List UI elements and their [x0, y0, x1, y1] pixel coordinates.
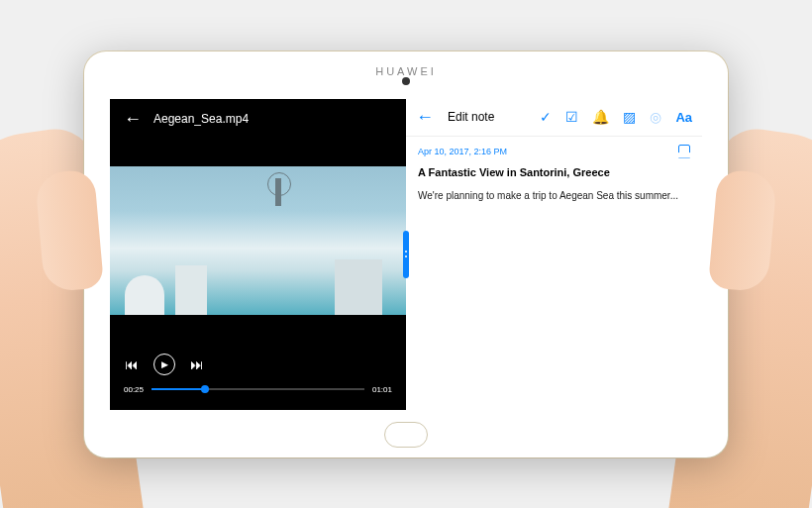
thumb-left [35, 169, 104, 293]
front-camera [402, 77, 410, 85]
note-meta-row: Apr 10, 2017, 2:16 PM [406, 137, 702, 162]
home-button[interactable] [384, 422, 428, 448]
play-button[interactable]: ▶ [153, 354, 175, 375]
bookmark-icon[interactable] [678, 145, 690, 158]
back-arrow-icon[interactable]: ← [124, 109, 142, 130]
seek-handle[interactable] [201, 385, 209, 393]
video-player-pane: ← Aegean_Sea.mp4 ⏮ ▶ ⏭ [110, 99, 406, 410]
note-editor-pane: ← Edit note ✓ ☑ 🔔 ▨ ◎ Aa Apr 10, 2017, 2… [406, 99, 702, 410]
video-controls: ⏮ ▶ ⏭ 00:25 01:01 [110, 342, 406, 410]
seek-bar[interactable] [152, 388, 364, 390]
note-body[interactable]: A Fantastic View in Santorini, Greece We… [406, 162, 702, 207]
duration: 01:01 [372, 385, 392, 394]
tablet-device: HUAWEI ← Aegean_Sea.mp4 [84, 51, 728, 457]
scene: HUAWEI ← Aegean_Sea.mp4 [0, 0, 812, 508]
current-time: 00:25 [124, 385, 144, 394]
image-icon[interactable]: ▨ [623, 109, 636, 125]
check-icon[interactable]: ✓ [540, 109, 552, 125]
checklist-icon[interactable]: ☑ [565, 109, 578, 125]
next-track-icon[interactable]: ⏭ [189, 356, 205, 372]
video-viewport[interactable] [110, 140, 406, 342]
screen: ← Aegean_Sea.mp4 ⏮ ▶ ⏭ [110, 99, 702, 410]
note-back-arrow-icon[interactable]: ← [416, 107, 434, 128]
note-timestamp: Apr 10, 2017, 2:16 PM [418, 147, 507, 156]
note-heading: A Fantastic View in Santorini, Greece [418, 166, 690, 178]
text-style-button[interactable]: Aa [675, 110, 692, 125]
note-header-title: Edit note [448, 110, 494, 124]
reminder-bell-icon[interactable]: 🔔 [592, 109, 609, 125]
note-header: ← Edit note ✓ ☑ 🔔 ▨ ◎ Aa [406, 99, 702, 137]
prev-track-icon[interactable]: ⏮ [124, 356, 140, 372]
video-frame-image [110, 166, 406, 315]
camera-icon[interactable]: ◎ [650, 109, 661, 125]
split-drag-handle[interactable] [403, 231, 409, 278]
video-header: ← Aegean_Sea.mp4 [110, 99, 406, 140]
device-brand: HUAWEI [375, 65, 437, 77]
video-filename: Aegean_Sea.mp4 [153, 112, 249, 126]
note-text: We're planning to make a trip to Aegean … [418, 188, 690, 203]
